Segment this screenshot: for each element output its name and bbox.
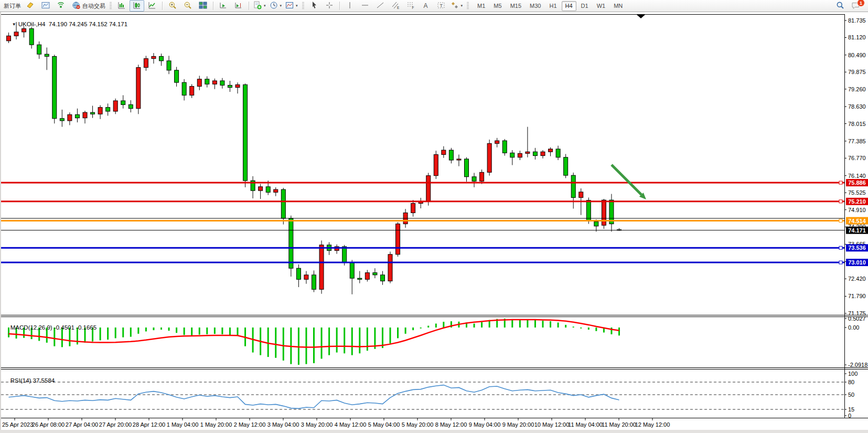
market-watch-button[interactable]	[38, 0, 53, 12]
timeframe-m5-button[interactable]: M5	[490, 1, 505, 11]
chart-window-icon	[41, 1, 50, 10]
signals-button[interactable]	[53, 0, 68, 12]
rsi-axis-label: 100	[848, 371, 858, 377]
timeframe-m1-button[interactable]: M1	[474, 1, 489, 11]
price-tick-label: 81.120	[848, 34, 866, 40]
symbol-dropdown-icon[interactable]: ▼	[12, 22, 16, 27]
horizontal-line-icon	[361, 1, 369, 10]
new-order-button[interactable]: 新订单	[2, 0, 23, 12]
hline-73.536[interactable]: 73.536	[1, 244, 868, 251]
periods-button[interactable]: ▾	[268, 0, 284, 12]
price-tick-label: 76.140	[848, 173, 866, 179]
macd-axis-label: -2.0918	[848, 362, 867, 368]
arrows-button[interactable]: ▾	[449, 0, 465, 12]
chart-canvas[interactable]: 81.73581.12080.49079.87579.26078.63078.0…	[1, 12, 868, 430]
equidistant-channel-button[interactable]: E	[388, 0, 403, 12]
timeframe-w1-button[interactable]: W1	[593, 1, 609, 11]
fibonacci-button[interactable]: F	[403, 0, 418, 12]
crosshair-button[interactable]	[322, 0, 337, 12]
hline-75.210[interactable]: 75.210	[1, 198, 868, 205]
hline-price-label: 73.536	[848, 245, 866, 251]
rsi-label-text: RSI(14) 37.5584	[10, 377, 55, 384]
candlestick-chart-button[interactable]	[130, 0, 144, 12]
cursor-button[interactable]	[307, 0, 322, 12]
rsi-axis-label: 15	[848, 406, 854, 413]
trendline-button[interactable]	[373, 0, 388, 12]
hline-75.886[interactable]: 75.886	[1, 179, 868, 186]
zoom-out-button[interactable]	[180, 0, 195, 12]
zoom-in-button[interactable]	[165, 0, 180, 12]
time-tick-label: 27 Apr 20:00	[99, 421, 132, 428]
time-axis: 25 Apr 202326 Apr 08:0027 Apr 04:0027 Ap…	[2, 418, 670, 428]
time-tick-label: 3 May 20:00	[301, 421, 333, 428]
hline-price-label: 75.886	[848, 179, 866, 186]
text-label-button[interactable]: T	[434, 0, 448, 12]
new-order-tag-button[interactable]	[23, 0, 38, 12]
line-chart-icon	[148, 1, 156, 10]
search-button[interactable]	[833, 0, 848, 12]
time-tick-label: 28 Apr 12:00	[133, 421, 165, 428]
time-tick-label: 12 May 12:00	[635, 421, 670, 428]
chart-header: ▼UKOil-,H4 74.190 74.245 74.152 74.171	[5, 15, 127, 34]
chevron-down-icon: ▾	[264, 4, 266, 8]
chat-button[interactable]: 1	[848, 0, 863, 12]
timeframe-mn-button[interactable]: MN	[610, 1, 626, 11]
time-tick-label: 2 May 12:00	[234, 421, 266, 428]
candlestick-chart-icon	[133, 1, 141, 10]
price-tick-label: 75.525	[848, 189, 866, 196]
chevron-down-icon: ▾	[280, 4, 282, 8]
main-toolbar: 新订单 自动交易 ▾ ▾	[0, 0, 868, 12]
templates-button[interactable]: ▾	[284, 0, 299, 12]
bar-chart-button[interactable]	[114, 0, 129, 12]
horizontal-line-button[interactable]	[358, 0, 372, 12]
new-order-label: 新订单	[4, 2, 21, 10]
price-tick-label: 80.490	[848, 52, 866, 58]
macd-axis-label: 0.5027	[848, 315, 866, 322]
rsi-axis: 1008050150	[844, 371, 858, 419]
timeframe-h4-button[interactable]: H4	[562, 1, 576, 11]
timeframe-m30-button[interactable]: M30	[526, 1, 544, 11]
chart-frame	[1, 14, 868, 418]
fibonacci-icon: F	[406, 1, 415, 10]
line-chart-button[interactable]	[145, 0, 159, 12]
bar-chart-icon	[117, 1, 126, 10]
window-frame-bottom	[0, 430, 868, 433]
timeframe-h1-button[interactable]: H1	[545, 1, 560, 11]
hline-74.171[interactable]: 74.171	[1, 227, 868, 234]
timeframe-d1-button[interactable]: D1	[577, 1, 592, 11]
rsi-levels	[1, 382, 844, 409]
timeframe-m15-button[interactable]: M15	[507, 1, 525, 11]
indicators-icon	[253, 1, 262, 10]
toolbar-separator	[339, 2, 340, 10]
macd-indicator-label: MACD(12,26,9) -0.4501 -0.1665	[4, 318, 97, 337]
svg-text:T: T	[440, 3, 443, 8]
auto-scroll-button[interactable]	[216, 0, 231, 12]
rsi-indicator-label: RSI(14) 37.5584	[4, 371, 55, 390]
macd-axis-label: 0.00	[848, 324, 859, 331]
price-tick-label: 78.630	[848, 103, 866, 110]
price-axis: 81.73581.12080.49079.87579.26078.63078.0…	[844, 17, 866, 316]
text-button[interactable]: A	[419, 0, 433, 12]
chart-shift-button[interactable]	[231, 0, 246, 12]
chevron-down-icon: ▾	[461, 4, 463, 8]
toolbar-separator	[467, 2, 469, 9]
toolbar-separator	[213, 2, 213, 10]
vertical-line-button[interactable]	[342, 0, 357, 12]
text-label-icon: T	[437, 1, 445, 10]
time-tick-label: 11 May 04:00	[568, 421, 603, 428]
rsi-axis-label: 80	[848, 379, 854, 385]
timeframe-group: M1M5M15M30H1H4D1W1MN	[474, 1, 626, 11]
hline-price-label: 73.010	[848, 259, 866, 266]
time-tick-label: 27 Apr 04:00	[66, 421, 98, 428]
chart-window[interactable]: 81.73581.12080.49079.87579.26078.63078.0…	[1, 12, 868, 430]
indicators-button[interactable]: ▾	[252, 0, 267, 12]
cursor-icon	[310, 1, 318, 10]
auto-trading-button[interactable]: 自动交易	[69, 0, 107, 12]
time-tick-label: 26 Apr 08:00	[32, 421, 65, 428]
chart-header-text: UKOil-,H4 74.190 74.245 74.152 74.171	[18, 21, 127, 27]
tile-windows-button[interactable]	[196, 0, 210, 12]
hline-73.010[interactable]: 73.010	[1, 259, 868, 266]
time-tick-label: 10 May 12:00	[534, 421, 570, 428]
toolbar-separator	[110, 2, 112, 9]
rsi-axis-label: 50	[848, 392, 854, 398]
